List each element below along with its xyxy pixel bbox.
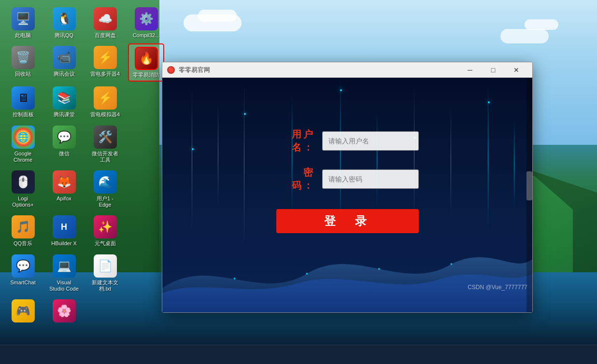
icon-computer[interactable]: 🖥️ 此电脑 bbox=[5, 5, 41, 41]
icon-dev-tools[interactable]: 🛠️ 微信开发者工具 bbox=[87, 123, 123, 166]
icon-vscode-label: VisualStudio Code bbox=[49, 280, 79, 292]
icon-placeholder-r3c3 bbox=[128, 123, 164, 166]
particle-10 bbox=[514, 120, 514, 209]
dot-2 bbox=[244, 113, 246, 115]
svg-point-3 bbox=[450, 263, 452, 265]
username-row: 用户名： bbox=[276, 128, 419, 154]
icon-yellow-app[interactable]: 🎮 bbox=[5, 297, 41, 327]
icon-thunder2-label: 雷电模拟器4 bbox=[90, 112, 120, 118]
icon-pink-app[interactable]: 🌸 bbox=[46, 297, 82, 327]
icon-apifox[interactable]: 🦊 Apifox bbox=[46, 168, 82, 210]
password-row: 密 码： bbox=[276, 166, 419, 192]
chrome-icon-img: 🌐 bbox=[12, 126, 35, 149]
recycle-icon-img: 🗑️ bbox=[12, 46, 35, 69]
icon-thunder-multi-label: 雷电多开器4 bbox=[90, 71, 120, 77]
app-window: 🔴 零零易官网 ─ □ ✕ bbox=[162, 62, 533, 313]
icon-qqmusic[interactable]: 🎵 QQ音乐 bbox=[5, 213, 41, 249]
edge-icon-img: 🌊 bbox=[94, 170, 117, 194]
scrollbar-thumb[interactable] bbox=[526, 171, 532, 200]
icon-baidu-label: 百度网盘 bbox=[95, 32, 116, 39]
compil-icon-img: ⚙️ bbox=[135, 7, 158, 30]
cloud-3 bbox=[500, 29, 549, 43]
apifox-icon-img: 🦊 bbox=[53, 170, 76, 194]
icon-qq-label: 腾讯QQ bbox=[55, 32, 73, 39]
icon-edge-label: 用户1 -Edge bbox=[97, 196, 114, 208]
newfile-icon-img: 📄 bbox=[94, 254, 117, 278]
icon-apifox-label: Apifox bbox=[57, 196, 71, 202]
icon-hbuilder[interactable]: H HBuilder X bbox=[46, 213, 82, 249]
dev-tools-icon-img: 🛠️ bbox=[94, 126, 117, 149]
icon-computer-label: 此电脑 bbox=[15, 32, 31, 39]
icon-wechat[interactable]: 💬 微信 bbox=[46, 123, 82, 166]
vscode-icon-img: 💻 bbox=[53, 254, 76, 278]
icon-baidu[interactable]: ☁️ 百度网盘 bbox=[87, 5, 123, 41]
watermark-text: CSDN @Vue_7777777 bbox=[468, 284, 527, 291]
maximize-button[interactable]: □ bbox=[482, 62, 504, 78]
icon-newfile[interactable]: 📄 新建文本文档.txt bbox=[87, 252, 123, 294]
icon-chrome-label: GoogleChrome bbox=[14, 151, 32, 163]
tencent-meeting-icon-img: 📹 bbox=[53, 46, 76, 69]
icon-thunder-multi[interactable]: ⚡ 雷电多开器4 bbox=[87, 43, 123, 82]
dot-5 bbox=[488, 101, 490, 103]
icon-control-label: 控制面板 bbox=[13, 112, 34, 118]
icon-qq[interactable]: 🐧 腾讯QQ bbox=[46, 5, 82, 41]
yuanqi-icon-img: ✨ bbox=[94, 215, 117, 238]
icon-dev-tools-label: 微信开发者工具 bbox=[89, 151, 121, 163]
minimize-button[interactable]: ─ bbox=[459, 62, 481, 78]
icon-newfile-label: 新建文本文档.txt bbox=[92, 280, 118, 292]
cloud-4 bbox=[525, 19, 558, 30]
icon-compil[interactable]: ⚙️ Compil32... bbox=[128, 5, 164, 41]
yellow-app-icon-img: 🎮 bbox=[12, 299, 35, 322]
control-icon-img: 🖥 bbox=[12, 86, 35, 110]
password-input[interactable] bbox=[322, 169, 419, 189]
icon-recycle-label: 回收站 bbox=[15, 71, 31, 77]
icon-tencent-class-label: 腾讯课堂 bbox=[54, 112, 75, 118]
icon-fire-label: 零零易消防 bbox=[133, 72, 159, 78]
icon-control[interactable]: 🖥 控制面板 bbox=[5, 84, 41, 120]
logi-icon-img: 🖱️ bbox=[12, 170, 35, 194]
thunder-multi-icon-img: ⚡ bbox=[94, 46, 117, 69]
icon-tencent-meeting[interactable]: 📹 腾讯会议 bbox=[46, 43, 82, 82]
svg-point-0 bbox=[234, 278, 236, 280]
icon-tencent-class[interactable]: 📚 腾讯课堂 bbox=[46, 84, 82, 120]
computer-icon-img: 🖥️ bbox=[12, 7, 35, 30]
icon-hbuilder-label: HBuilder X bbox=[51, 240, 77, 247]
icon-chrome[interactable]: 🌐 GoogleChrome bbox=[5, 123, 41, 166]
icon-vscode[interactable]: 💻 VisualStudio Code bbox=[46, 252, 82, 294]
username-label: 用户名： bbox=[276, 128, 315, 154]
close-button[interactable]: ✕ bbox=[505, 62, 527, 78]
fire-icon-img: 🔥 bbox=[135, 47, 158, 70]
icon-edge[interactable]: 🌊 用户1 -Edge bbox=[87, 168, 123, 210]
icon-placeholder-r2c3 bbox=[128, 84, 164, 120]
qqmusic-icon-img: 🎵 bbox=[12, 215, 35, 238]
icon-yuanqi-label: 元气桌面 bbox=[95, 240, 116, 247]
pink-app-icon-img: 🌸 bbox=[53, 299, 76, 322]
particle-8 bbox=[451, 106, 451, 218]
taskbar bbox=[0, 345, 597, 364]
icon-fire[interactable]: 🔥 零零易消防 bbox=[128, 43, 164, 82]
icon-logi[interactable]: 🖱️ Logi Options+ bbox=[5, 168, 41, 210]
smartchat-icon-img: 💬 bbox=[12, 254, 35, 278]
window-titlebar: 🔴 零零易官网 ─ □ ✕ bbox=[162, 62, 532, 78]
icon-smartchat[interactable]: 💬 SmartChat bbox=[5, 252, 41, 294]
window-app-icon: 🔴 bbox=[167, 66, 175, 74]
icon-recycle[interactable]: 🗑️ 回收站 bbox=[5, 43, 41, 82]
window-content: 用户名： 密 码： 登 录 CSDN @Vue_7777777 bbox=[162, 78, 532, 312]
icon-yuanqi[interactable]: ✨ 元气桌面 bbox=[87, 213, 123, 249]
particle-1 bbox=[192, 89, 192, 230]
login-form: 用户名： 密 码： 登 录 bbox=[276, 128, 419, 233]
login-button[interactable]: 登 录 bbox=[276, 209, 419, 233]
password-label: 密 码： bbox=[276, 166, 315, 192]
window-title: 零零易官网 bbox=[179, 66, 459, 74]
dot-3 bbox=[340, 89, 342, 91]
window-controls: ─ □ ✕ bbox=[459, 62, 527, 78]
username-input[interactable] bbox=[322, 131, 419, 151]
svg-point-2 bbox=[378, 268, 380, 270]
baidu-icon-img: ☁️ bbox=[94, 7, 117, 30]
window-scrollbar[interactable] bbox=[526, 78, 532, 312]
icon-placeholder-r6c3 bbox=[128, 252, 164, 294]
icon-thunder2[interactable]: ⚡ 雷电模拟器4 bbox=[87, 84, 123, 120]
thunder2-icon-img: ⚡ bbox=[94, 86, 117, 110]
icon-compil-label: Compil32... bbox=[133, 32, 160, 39]
cloud-2 bbox=[198, 10, 237, 22]
